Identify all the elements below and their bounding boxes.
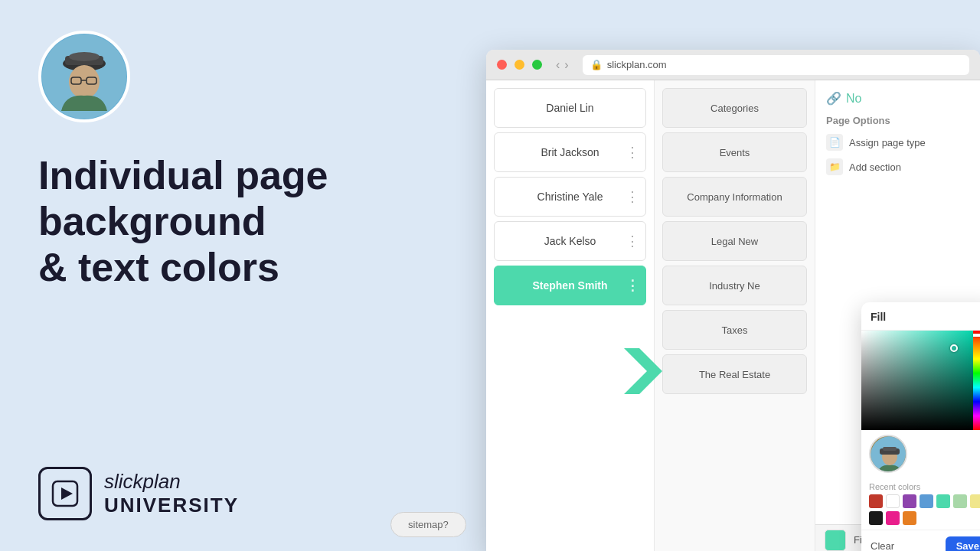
brand-name: slickplan bbox=[104, 470, 239, 494]
svg-point-3 bbox=[69, 52, 100, 61]
category-column: Categories Events Company Information Le… bbox=[655, 80, 815, 551]
person-avatar-preview bbox=[869, 435, 907, 473]
saturation-field[interactable] bbox=[861, 331, 975, 430]
url-text: slickplan.com bbox=[607, 59, 667, 70]
category-label: Legal New bbox=[711, 236, 758, 247]
clear-button[interactable]: Clear bbox=[871, 540, 894, 551]
link-row: 🔗 No bbox=[826, 91, 969, 106]
browser-titlebar: ‹ › 🔒 slickplan.com bbox=[486, 50, 980, 80]
recent-colors-label: Recent colors bbox=[861, 482, 980, 491]
minimize-button[interactable] bbox=[514, 60, 524, 70]
category-label: The Real Estate bbox=[699, 369, 770, 380]
svg-rect-13 bbox=[883, 447, 897, 451]
swatch-yellow[interactable] bbox=[970, 494, 980, 508]
play-icon bbox=[50, 478, 80, 509]
hue-cursor bbox=[973, 334, 980, 337]
maximize-button[interactable] bbox=[532, 60, 542, 70]
avatar-preview-row: ↺ bbox=[861, 430, 980, 478]
swatch-orange[interactable] bbox=[903, 511, 916, 525]
swatch-red[interactable] bbox=[869, 494, 883, 508]
category-item-industry[interactable]: Industry Ne bbox=[662, 266, 807, 305]
brightness-overlay bbox=[861, 331, 975, 430]
avatar-small bbox=[871, 436, 907, 473]
browser-content: Daniel Lin Brit Jackson ⋮ Christine Yale… bbox=[486, 80, 980, 551]
forward-arrow[interactable]: › bbox=[564, 58, 568, 72]
swatch-blue[interactable] bbox=[920, 494, 933, 508]
save-button[interactable]: Save bbox=[946, 536, 980, 551]
avatar-image bbox=[42, 34, 126, 119]
category-item-events[interactable]: Events bbox=[662, 132, 807, 172]
category-label: Categories bbox=[710, 103, 759, 114]
category-item-taxes[interactable]: Taxes bbox=[662, 310, 807, 350]
color-picker[interactable] bbox=[861, 331, 980, 430]
sitemap-column: Daniel Lin Brit Jackson ⋮ Christine Yale… bbox=[486, 80, 655, 551]
item-label: Stephen Smith bbox=[532, 279, 607, 292]
nav-arrows: ‹ › bbox=[556, 58, 569, 72]
back-arrow[interactable]: ‹ bbox=[556, 58, 560, 72]
link-icon: 🔗 bbox=[826, 91, 841, 106]
fill-bar-swatch[interactable] bbox=[825, 530, 846, 551]
category-label: Taxes bbox=[722, 324, 748, 336]
category-label: Events bbox=[720, 147, 750, 158]
category-label: Industry Ne bbox=[709, 280, 760, 292]
svg-point-4 bbox=[69, 65, 100, 99]
logo-text: slickplan UNIVERSITY bbox=[104, 470, 239, 517]
main-title: Individual page background & text colors bbox=[38, 153, 444, 290]
swatch-teal[interactable] bbox=[936, 494, 950, 508]
fill-dialog: Fill × bbox=[861, 302, 980, 551]
fill-dialog-header: Fill × bbox=[861, 302, 980, 331]
category-item-categories[interactable]: Categories bbox=[662, 88, 807, 128]
svg-marker-9 bbox=[61, 487, 73, 500]
category-item-realestate[interactable]: The Real Estate bbox=[662, 354, 807, 394]
swatch-purple[interactable] bbox=[903, 494, 916, 508]
hue-strip[interactable] bbox=[973, 331, 980, 430]
browser-window: ‹ › 🔒 slickplan.com Daniel Lin Brit Jack… bbox=[486, 50, 980, 551]
sitemap-button-container: sitemap? bbox=[390, 512, 466, 537]
link-label: No bbox=[846, 92, 861, 106]
assign-page-type-label: Assign page type bbox=[849, 137, 926, 148]
category-item-legal[interactable]: Legal New bbox=[662, 221, 807, 261]
item-label: Daniel Lin bbox=[546, 102, 593, 114]
sitemap-button[interactable]: sitemap? bbox=[390, 512, 466, 537]
sitemap-item-jack[interactable]: Jack Kelso ⋮ bbox=[494, 221, 646, 261]
add-section-row[interactable]: 📁 Add section bbox=[826, 158, 969, 175]
context-menu-icon[interactable]: ⋮ bbox=[626, 144, 639, 161]
sitemap-item-stephen[interactable]: Stephen Smith ⋮ bbox=[494, 266, 646, 305]
page-options-label: Page Options bbox=[826, 115, 969, 126]
left-panel: Individual page background & text colors… bbox=[0, 0, 482, 551]
close-button[interactable] bbox=[497, 60, 507, 70]
item-label: Brit Jackson bbox=[541, 146, 599, 158]
category-item-company[interactable]: Company Information bbox=[662, 177, 807, 217]
logo-icon bbox=[38, 467, 92, 520]
category-label: Company Information bbox=[687, 191, 782, 203]
arrow-decoration bbox=[624, 348, 662, 397]
address-bar[interactable]: 🔒 slickplan.com bbox=[583, 55, 969, 75]
sitemap-item-daniel[interactable]: Daniel Lin bbox=[494, 88, 646, 128]
svg-marker-14 bbox=[624, 348, 662, 394]
swatch-white[interactable] bbox=[886, 494, 900, 508]
context-menu-icon[interactable]: ⋮ bbox=[626, 188, 639, 205]
add-section-label: Add section bbox=[849, 161, 901, 173]
avatar bbox=[38, 31, 130, 122]
page-options-panel: 🔗 No Page Options 📄 Assign page type 📁 A… bbox=[815, 80, 980, 551]
slickplan-logo: slickplan UNIVERSITY bbox=[38, 467, 239, 520]
assign-page-type-row[interactable]: 📄 Assign page type bbox=[826, 134, 969, 151]
sitemap-item-christine[interactable]: Christine Yale ⋮ bbox=[494, 177, 646, 217]
swatch-lightgreen[interactable] bbox=[953, 494, 967, 508]
fill-dialog-footer: Clear Save bbox=[861, 530, 980, 551]
context-menu-icon[interactable]: ⋮ bbox=[626, 233, 639, 249]
item-label: Christine Yale bbox=[537, 191, 603, 203]
swatch-black[interactable] bbox=[869, 511, 883, 525]
picker-cursor bbox=[950, 344, 958, 352]
item-label: Jack Kelso bbox=[544, 235, 596, 247]
context-menu-icon[interactable]: ⋮ bbox=[626, 277, 639, 294]
lock-icon: 🔒 bbox=[590, 59, 603, 70]
university-label: UNIVERSITY bbox=[104, 494, 239, 517]
swatch-pink[interactable] bbox=[886, 511, 900, 525]
page-type-icon: 📄 bbox=[826, 134, 843, 151]
section-icon: 📁 bbox=[826, 158, 843, 175]
color-swatches bbox=[861, 494, 980, 508]
color-swatches-row2 bbox=[861, 511, 980, 525]
fill-dialog-title: Fill bbox=[871, 311, 886, 323]
sitemap-item-brit[interactable]: Brit Jackson ⋮ bbox=[494, 132, 646, 172]
